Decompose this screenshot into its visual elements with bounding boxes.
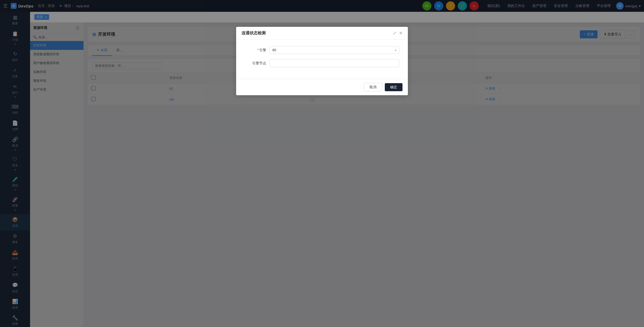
node-label: 引擎节点 bbox=[245, 61, 266, 66]
modal-footer: 取消 确定 bbox=[236, 79, 408, 95]
form-row-node: 引擎节点 bbox=[245, 59, 399, 67]
engine-label: 引擎 bbox=[245, 48, 266, 53]
cancel-button[interactable]: 取消 bbox=[364, 83, 382, 91]
engine-select[interactable]: 85 bbox=[269, 46, 399, 54]
modal-header: 连通状态检测 ⤢ ✕ bbox=[236, 27, 408, 40]
modal-body: 引擎 85 ▾ 引擎节点 bbox=[236, 40, 408, 79]
modal-header-actions: ⤢ ✕ bbox=[393, 31, 402, 36]
engine-select-wrapper: 85 ▾ bbox=[269, 46, 399, 54]
confirm-button[interactable]: 确定 bbox=[385, 83, 402, 91]
modal-expand-icon[interactable]: ⤢ bbox=[393, 31, 396, 36]
form-row-engine: 引擎 85 ▾ bbox=[245, 46, 399, 54]
modal-close-icon[interactable]: ✕ bbox=[399, 31, 402, 36]
node-input[interactable] bbox=[269, 59, 399, 67]
modal-overlay: 连通状态检测 ⤢ ✕ 引擎 85 ▾ 引擎节点 取消 bbox=[0, 0, 644, 327]
modal-title: 连通状态检测 bbox=[241, 31, 266, 36]
modal-dialog: 连通状态检测 ⤢ ✕ 引擎 85 ▾ 引擎节点 取消 bbox=[236, 27, 408, 95]
